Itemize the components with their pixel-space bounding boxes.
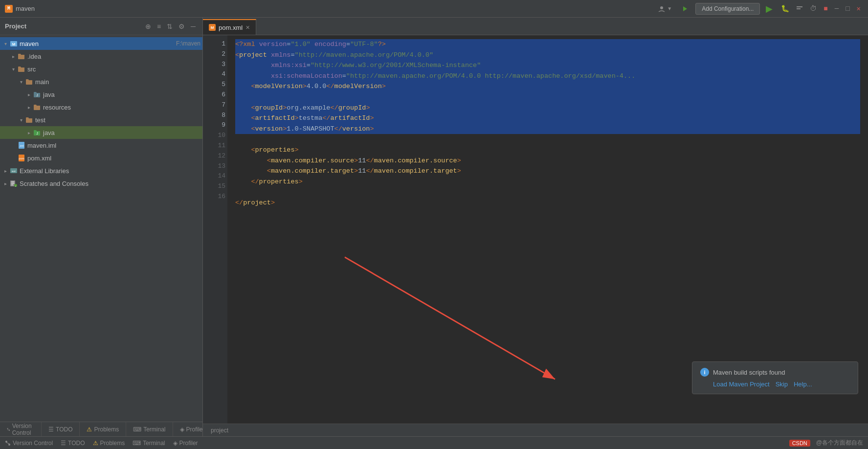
svg-text:J: J — [36, 132, 38, 135]
notif-actions: Load Maven Project Skip Help... — [700, 381, 850, 388]
tree-item-main-label: main — [35, 78, 200, 86]
tree-item-maven[interactable]: ▾ M maven F:\maven — [0, 37, 202, 50]
status-version-control[interactable]: Version Control — [5, 440, 53, 447]
status-todo-icon: ☰ — [61, 440, 66, 447]
maximize-icon[interactable]: □ — [843, 3, 852, 14]
tab-problems[interactable]: ⚠ Problems — [80, 422, 126, 436]
svg-point-26 — [8, 444, 10, 446]
status-bar: Version Control ☰ TODO ⚠ Problems ⌨ Term… — [0, 436, 868, 449]
svg-line-27 — [6, 443, 9, 444]
tab-close-button[interactable]: ✕ — [245, 24, 250, 31]
chevron-right-scratches-icon: ▸ — [2, 180, 9, 187]
tab-terminal[interactable]: ⌨ Terminal — [126, 422, 173, 436]
status-profiler[interactable]: ◈ Profiler — [173, 440, 198, 447]
module-icon: M — [10, 40, 18, 47]
minimize-icon[interactable]: ─ — [832, 3, 841, 14]
editor-status-bar: project — [203, 424, 868, 436]
settings-button[interactable]: ⚙ — [177, 22, 187, 31]
close-icon[interactable]: ✕ — [854, 3, 863, 14]
tree-item-idea[interactable]: ▸ .idea — [0, 50, 202, 63]
profiler-icon: ◈ — [180, 426, 184, 433]
maven-path: F:\maven — [176, 40, 200, 47]
editor-status-project: project — [211, 427, 228, 434]
line-numbers: 12345678910111213141516 — [203, 35, 227, 424]
svg-rect-2 — [797, 8, 801, 9]
vcs-button[interactable] — [679, 3, 691, 14]
scratches-icon: + — [10, 180, 18, 187]
tree-item-java-main[interactable]: ▸ J java — [0, 88, 202, 101]
coverage-icon[interactable] — [794, 3, 805, 15]
tree-item-src[interactable]: ▾ src — [0, 63, 202, 75]
tree-item-resources-label: resources — [43, 104, 200, 111]
tab-todo[interactable]: ☰ TODO — [42, 422, 80, 436]
chevron-down-icon: ▾ — [2, 40, 9, 47]
sidebar-header-icons: ⊕ ≡ ⇅ ⚙ ─ — [143, 22, 198, 31]
tab-profiler-label: Profiler — [186, 426, 205, 433]
expand-all-button[interactable]: ⇅ — [165, 22, 175, 31]
help-link[interactable]: Help... — [794, 381, 812, 388]
src-folder-icon — [18, 65, 25, 73]
tree-item-maven-iml-label: maven.iml — [27, 142, 200, 149]
code-editor[interactable]: 12345678910111213141516 <?xml version="1… — [203, 35, 868, 424]
status-terminal[interactable]: ⌨ Terminal — [133, 440, 165, 447]
chevron-right-java-test-icon: ▸ — [25, 129, 32, 136]
terminal-icon: ⌨ — [133, 426, 141, 433]
svg-text:pom: pom — [19, 157, 24, 160]
sidebar-header: Project ⊕ ≡ ⇅ ⚙ ─ — [0, 18, 202, 35]
tree-item-maven-label: maven — [20, 40, 173, 47]
svg-text:M: M — [12, 42, 16, 46]
editor-tabs: M pom.xml ✕ — [203, 18, 868, 35]
chevron-right-ext-icon: ▸ — [2, 167, 9, 174]
tree-item-ext-libs-label: External Libraries — [20, 167, 200, 175]
hide-button[interactable]: ─ — [189, 22, 198, 31]
tree-item-idea-label: .idea — [27, 53, 200, 60]
tree-item-java-test[interactable]: ▸ J java — [0, 126, 202, 139]
status-todo[interactable]: ☰ TODO — [61, 440, 85, 447]
tab-version-control[interactable]: Version Control — [0, 422, 42, 436]
collapse-all-button[interactable]: ≡ — [155, 22, 163, 31]
profile-button[interactable]: ▼ — [655, 3, 675, 14]
git-icon — [7, 427, 10, 432]
chevron-right-icon: ▸ — [10, 53, 17, 60]
notification-popup: i Maven build scripts found Load Maven P… — [692, 361, 858, 394]
resources-folder-icon — [33, 103, 41, 111]
tree-item-test[interactable]: ▾ test — [0, 113, 202, 126]
title-bar-right: ▼ Add Configuration... ▶ 🐛 ⏱ ■ ─ □ ✕ — [655, 2, 863, 15]
profile-run-icon[interactable]: ⏱ — [807, 3, 819, 14]
status-problems[interactable]: ⚠ Problems — [93, 440, 125, 447]
tree-item-ext-libs[interactable]: ▸ ext External Libraries — [0, 164, 202, 177]
chevron-down-src-icon: ▾ — [10, 66, 17, 72]
ext-libs-icon: ext — [10, 167, 18, 175]
stop-icon[interactable]: ■ — [821, 3, 830, 14]
load-maven-link[interactable]: Load Maven Project — [713, 381, 770, 388]
run-button[interactable]: ▶ — [764, 2, 775, 15]
editor-tab-pom[interactable]: M pom.xml ✕ — [203, 19, 256, 35]
tree-item-maven-iml[interactable]: ▸ .iml maven.iml — [0, 139, 202, 152]
sync-icon-button[interactable]: ⊕ — [143, 22, 153, 31]
info-icon: i — [700, 368, 709, 377]
notif-title-row: i Maven build scripts found — [700, 368, 850, 377]
tree-item-scratches[interactable]: ▸ + Scratches and Consoles — [0, 177, 202, 190]
tree-item-resources[interactable]: ▸ resources — [0, 101, 202, 113]
skip-link[interactable]: Skip — [776, 381, 788, 388]
status-terminal-label: Terminal — [143, 440, 165, 447]
tree-item-src-label: src — [27, 66, 200, 73]
tab-todo-icon: ☰ — [48, 426, 54, 433]
profile-icon — [658, 5, 665, 12]
tab-problems-label: Problems — [94, 426, 119, 433]
editor-tab-pom-label: pom.xml — [219, 24, 243, 31]
sidebar: Project ⊕ ≡ ⇅ ⚙ ─ ▾ M maven F:\maven — [0, 18, 203, 436]
status-vc-label: Version Control — [13, 440, 53, 447]
title-bar-left: M maven — [5, 5, 35, 13]
main-content: Project ⊕ ≡ ⇅ ⚙ ─ ▾ M maven F:\maven — [0, 18, 868, 436]
vcs-icon — [682, 5, 689, 12]
svg-text:.iml: .iml — [19, 144, 23, 147]
sidebar-title: Project — [5, 22, 139, 30]
tree-item-pom-xml[interactable]: ▸ pom pom.xml — [0, 152, 202, 164]
tree-item-test-label: test — [35, 116, 200, 124]
chevron-right-java-icon: ▸ — [25, 91, 32, 98]
debug-icon[interactable]: 🐛 — [779, 3, 792, 14]
java-test-folder-icon: J — [33, 129, 41, 136]
tree-item-main[interactable]: ▾ main — [0, 75, 202, 88]
add-configuration-button[interactable]: Add Configuration... — [695, 3, 760, 15]
